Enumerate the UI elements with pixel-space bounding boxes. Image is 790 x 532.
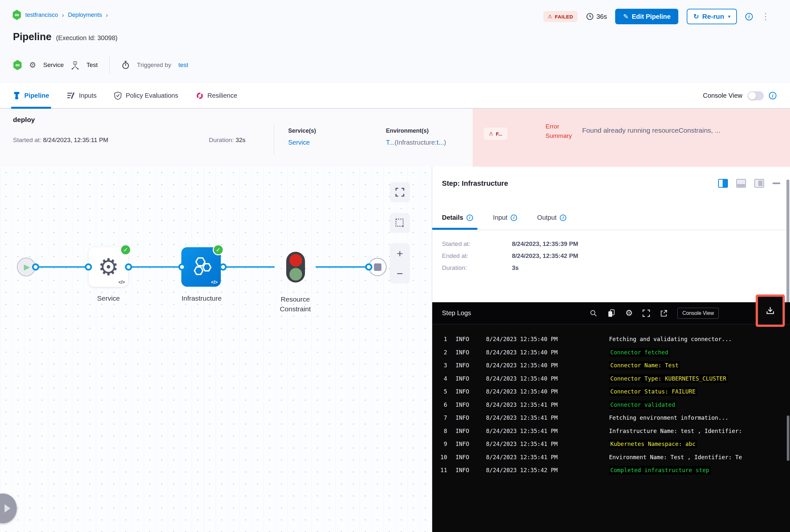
zoom-in-button[interactable]: + xyxy=(390,243,410,263)
execution-tabbar: Pipeline Inputs Policy Evaluations Resil… xyxy=(0,83,790,109)
step-detail-rows: Started at: 8/24/2023, 12:35:39 PM Ended… xyxy=(442,241,578,277)
step-logs-title: Step Logs xyxy=(442,309,590,317)
canvas-select-button[interactable] xyxy=(390,213,410,233)
tab-policy-evaluations[interactable]: Policy Evaluations xyxy=(114,83,178,108)
harness-logo-icon: ∞ xyxy=(12,10,21,20)
status-badge: ⚠ FAILED xyxy=(543,11,577,22)
detail-ended: Ended at: 8/24/2023, 12:35:42 PM xyxy=(442,252,578,260)
service-link[interactable]: Service xyxy=(288,139,310,146)
tab-pipeline[interactable]: Pipeline xyxy=(13,83,49,108)
stopwatch-icon xyxy=(122,60,130,70)
console-view-toggle[interactable] xyxy=(748,91,764,100)
layout-float-icon[interactable] xyxy=(754,179,764,188)
minimize-icon[interactable] xyxy=(773,183,780,184)
code-badge: </> xyxy=(211,280,218,285)
chevron-right-icon: › xyxy=(62,11,64,19)
error-status-badge: ⚠ F... xyxy=(484,128,507,140)
node-label-resource-constraint: Resource Constraint xyxy=(266,294,325,314)
refresh-icon: ↻ xyxy=(693,13,699,20)
tab-input[interactable]: Input i xyxy=(493,206,517,230)
infrastructure-link[interactable]: t... xyxy=(437,139,444,146)
info-icon[interactable]: i xyxy=(745,13,753,20)
panel-tabbar: Details i Input i Output i xyxy=(432,206,790,230)
triggered-by-label: Triggered by xyxy=(137,61,171,69)
node-service[interactable]: ⚙ ✓ </> xyxy=(89,247,128,287)
red-light xyxy=(290,254,302,267)
breadcrumb: ∞ testfrancisco › Deployments › xyxy=(12,10,108,20)
environment-name: Test xyxy=(87,61,98,69)
edge-port xyxy=(220,263,227,270)
arrow-right-icon xyxy=(4,504,11,513)
log-line: 3INFO8/24/2023 12:35:40 PMConnector Name… xyxy=(432,359,790,372)
tab-resilience[interactable]: Resilience xyxy=(196,83,237,108)
console-view-label: Console View xyxy=(703,92,742,99)
open-in-new-icon[interactable] xyxy=(660,309,668,317)
edge-port xyxy=(32,263,39,270)
log-line: 5INFO8/24/2023 12:35:40 PMConnector Stat… xyxy=(432,385,790,398)
page-header: ∞ testfrancisco › Deployments › Pipeline… xyxy=(0,0,790,83)
environment-link[interactable]: T... xyxy=(386,139,395,146)
edit-pipeline-button[interactable]: ✎ Edit Pipeline xyxy=(615,9,678,24)
logs-scrollbar[interactable] xyxy=(787,416,789,461)
node-resource-constraint[interactable] xyxy=(286,252,305,283)
edge-line xyxy=(223,266,275,268)
panel-title: Step: Infrastructure xyxy=(442,179,508,188)
layout-split-right-icon[interactable] xyxy=(718,179,728,188)
marquee-select-icon xyxy=(395,218,405,228)
gear-icon: ⚙ xyxy=(29,60,36,70)
breadcrumb-deployments-link[interactable]: Deployments xyxy=(68,12,102,18)
success-check-icon: ✓ xyxy=(213,244,224,255)
play-icon: ▶ xyxy=(24,263,30,271)
log-line: 6INFO8/24/2023 12:35:41 PMConnector vali… xyxy=(432,398,790,412)
stage-name: deploy xyxy=(13,116,35,124)
code-badge: </> xyxy=(118,280,125,285)
kebab-menu-icon[interactable]: ⋮ xyxy=(761,11,770,22)
tab-inputs[interactable]: Inputs xyxy=(67,83,96,108)
layout-bottom-icon[interactable] xyxy=(736,179,746,188)
workspace: ▶ ⚙ ✓ </> ✓ </> xyxy=(0,167,790,532)
log-line: 9INFO8/24/2023 12:35:41 PMKubernetes Nam… xyxy=(432,437,790,451)
info-icon[interactable]: i xyxy=(466,214,473,221)
stage-duration: Duration: 32s xyxy=(209,136,245,144)
search-icon[interactable] xyxy=(590,309,598,317)
tab-details[interactable]: Details i xyxy=(442,206,473,230)
panel-scrollbar[interactable] xyxy=(787,179,789,316)
triggered-by-link[interactable]: test xyxy=(178,61,188,69)
node-label-service: Service xyxy=(89,294,128,302)
info-icon[interactable]: i xyxy=(511,214,517,221)
canvas-zoom-controls: + − xyxy=(390,243,410,284)
services-label: Service(s) xyxy=(288,128,316,134)
header-actions: ⚠ FAILED 36s ✎ Edit Pipeline ↻ Re-run ▾ … xyxy=(543,8,770,24)
zoom-out-button[interactable]: − xyxy=(390,263,410,284)
download-icon[interactable] xyxy=(766,306,775,316)
canvas-fullscreen-button[interactable] xyxy=(390,182,410,202)
environments-block: Environment(s) T...(Infrastructure:t...) xyxy=(386,128,446,146)
tab-output[interactable]: Output i xyxy=(537,206,566,230)
shield-check-icon xyxy=(114,92,122,100)
left-drawer-handle[interactable] xyxy=(0,494,17,523)
gear-icon: ⚙ xyxy=(98,253,119,281)
console-view-cluster: Console View i xyxy=(703,83,776,108)
node-infrastructure[interactable]: ✓ </> xyxy=(181,247,221,287)
console-view-button[interactable]: Console View xyxy=(677,308,719,319)
log-line: 2INFO8/24/2023 12:35:40 PMConnector fetc… xyxy=(432,346,790,359)
info-icon[interactable]: i xyxy=(769,92,776,99)
pipeline-icon xyxy=(13,92,20,100)
rerun-button[interactable]: ↻ Re-run ▾ xyxy=(687,9,737,24)
error-summary-zone: ⚠ F... Error Summary Found already runni… xyxy=(473,109,790,167)
detail-started: Started at: 8/24/2023, 12:35:39 PM xyxy=(442,241,578,248)
logs-fullscreen-icon[interactable] xyxy=(642,309,650,317)
breadcrumb-project-link[interactable]: testfrancisco xyxy=(25,12,58,18)
app-root: ∞ testfrancisco › Deployments › Pipeline… xyxy=(0,0,790,532)
toggle-knob xyxy=(748,92,756,100)
step-logs-header: Step Logs ⚙ xyxy=(432,302,790,324)
pipeline-canvas[interactable]: ▶ ⚙ ✓ </> ✓ </> xyxy=(0,167,432,532)
info-icon[interactable]: i xyxy=(560,214,566,221)
stop-square-icon xyxy=(374,263,381,271)
environment-infra-text: (Infrastructure: xyxy=(395,139,437,146)
settings-gear-icon[interactable]: ⚙ xyxy=(625,308,633,318)
edge-port xyxy=(178,263,185,270)
copy-icon[interactable] xyxy=(607,309,616,318)
environments-label: Environment(s) xyxy=(386,128,446,134)
log-line: 8INFO8/24/2023 12:35:41 PMInfrastructure… xyxy=(432,424,790,438)
